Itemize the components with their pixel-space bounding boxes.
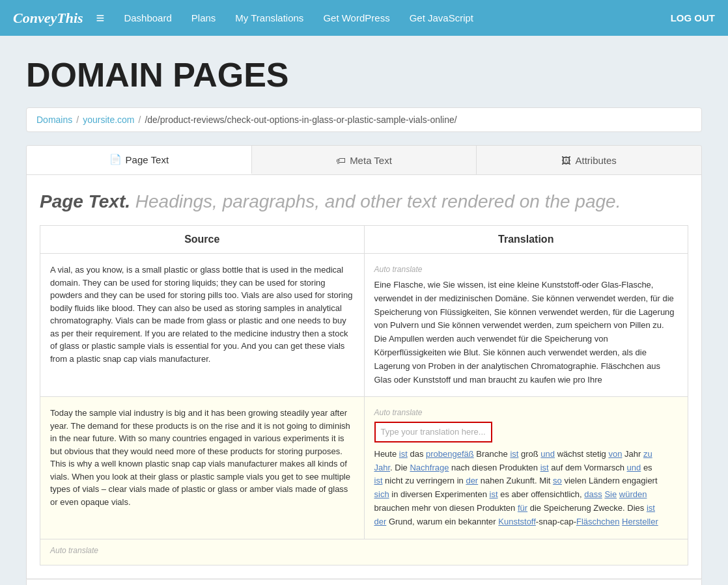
logout-button[interactable]: LOG OUT [671,12,715,23]
translation-cell-2: Auto translate Type your translation her… [364,397,688,539]
german-word-7: . Die [390,463,410,472]
german-word-11: nicht zu verringern in [383,476,466,485]
german-underline-12: der [466,476,478,485]
breadcrumb-domains[interactable]: Domains [36,115,72,125]
german-word-14: in diversen Experimenten [389,489,490,499]
tab-attributes[interactable]: 🖼 Attributes [477,146,701,174]
german-underline-15: ist [490,489,498,499]
german-word-6: Jahr [622,449,643,459]
german-underline-1: ist [399,449,408,459]
german-underline-5: von [608,449,622,459]
german-underline-17: Sie [604,489,617,499]
nav-links: Dashboard Plans My Translations Get Word… [124,12,670,23]
col-translation: Translation [364,226,688,254]
tab-attributes-label: Attributes [575,155,616,166]
german-underline-23: Fläschchen [576,517,619,526]
german-underline-10: und [627,463,641,472]
german-word-18: brauchen mehr von diesen Produkten [374,503,518,513]
german-word-4: groß [518,449,540,459]
german-word-12: nahen Zukunft. Mit [478,476,553,485]
page-text-section: Page Text. Headings, paragraphs, and oth… [26,174,702,579]
source-text-1: A vial, as you know, is a small plastic … [50,265,352,364]
german-underline-9: ist [540,463,549,472]
page-text-subtitle: Headings, paragraphs, and other text ren… [135,191,621,211]
nav-get-wordpress[interactable]: Get WordPress [323,12,389,23]
auto-translate-label-3: Auto translate [50,546,678,555]
third-row-auto: Auto translate [40,539,688,565]
german-underline-22: Kunststoff [498,517,536,526]
source-cell-2: Today the sample vial industry is big an… [40,397,365,539]
german-word-13: vielen Ländern engagiert [562,476,658,485]
tabs-bar: 📄 Page Text 🏷 Meta Text 🖼 Attributes [26,145,702,174]
german-underline-20: ist [647,503,655,513]
translation-table: Source Translation A vial, as you know, … [40,225,688,539]
table-row: A vial, as you know, is a small plastic … [40,254,688,397]
german-underline-6: zu [643,449,652,459]
navbar: ConveyThis ≡ Dashboard Plans My Translat… [0,0,728,36]
nav-plans[interactable]: Plans [191,12,216,23]
hamburger-icon[interactable]: ≡ [96,10,105,27]
table-header-row: Source Translation [40,226,688,254]
german-word-9: auf dem Vormarsch [549,463,627,472]
nav-get-javascript[interactable]: Get JavaScript [410,12,473,23]
german-underline-11: ist [374,476,383,485]
german-underline-4: und [540,449,555,459]
page-text-icon: 📄 [109,154,122,165]
german-text-2: Heute ist das probengefäß Branche ist gr… [374,448,679,529]
german-underline-3: ist [510,449,518,459]
german-underline-7: Jahr [374,463,391,472]
table-row: Today the sample vial industry is big an… [40,397,688,539]
page-text-title-strong: Page Text. [40,191,130,211]
breadcrumb-sep2: / [139,115,141,125]
save-bar: Save [26,579,702,585]
breadcrumb-sep1: / [76,115,79,125]
col-source: Source [40,226,365,254]
german-word-19: die Speicherung Zwecke. Dies [527,503,647,513]
translation-cell-1: Auto translate Eine Flasche, wie Sie wis… [364,254,688,397]
breadcrumb-path: /de/product-reviews/check-out-options-in… [145,115,456,125]
german-word-10: es [641,463,652,472]
german-underline-14: sich [374,489,389,499]
german-underline-19: für [518,503,527,513]
auto-translate-label-1: Auto translate [374,264,679,275]
german-underline-16: dass [584,489,602,499]
german-underline-18: würden [619,489,647,499]
german-word-21: -snap-cap- [536,517,576,526]
auto-translate-label-2: Auto translate [374,407,679,418]
german-underline-2: probengefäß [426,449,474,459]
page-text-title: Page Text. Headings, paragraphs, and oth… [40,191,688,212]
german-underline-21: der [374,517,387,526]
german-text-1: Eine Flasche, wie Sie wissen, ist eine k… [374,279,679,387]
german-underline-8: Nachfrage [410,463,449,472]
translation-input[interactable]: Type your translation here... [374,422,492,442]
german-word-heute: Heute [374,449,399,459]
page-heading: DOMAIN PAGES [26,55,702,94]
tab-meta-text-label: Meta Text [350,155,392,166]
german-word-2: das [408,449,426,459]
german-word-3: Branche [474,449,511,459]
german-word-5: wächst stetig [555,449,608,459]
tab-page-text-label: Page Text [126,154,169,165]
attributes-icon: 🖼 [561,155,571,166]
tab-meta-text[interactable]: 🏷 Meta Text [252,146,477,174]
german-word-20: Grund, warum ein bekannter [386,517,498,526]
german-word-8: nach diesen Produkten [449,463,540,472]
source-text-2: Today the sample vial industry is big an… [50,408,350,507]
breadcrumb-domain[interactable]: yoursite.com [83,115,134,125]
german-underline-24: Hersteller [622,517,658,526]
nav-my-translations[interactable]: My Translations [235,12,303,23]
nav-dashboard[interactable]: Dashboard [124,12,171,23]
main-content: DOMAIN PAGES Domains / yoursite.com / /d… [0,36,728,585]
logo[interactable]: ConveyThis [13,10,83,27]
tab-page-text[interactable]: 📄 Page Text [27,146,252,174]
source-cell-1: A vial, as you know, is a small plastic … [40,254,365,397]
german-word-15: es aber offensichtlich, [498,489,585,499]
meta-text-icon: 🏷 [336,155,346,166]
german-underline-13: so [553,476,562,485]
breadcrumb: Domains / yoursite.com / /de/product-rev… [26,107,702,132]
